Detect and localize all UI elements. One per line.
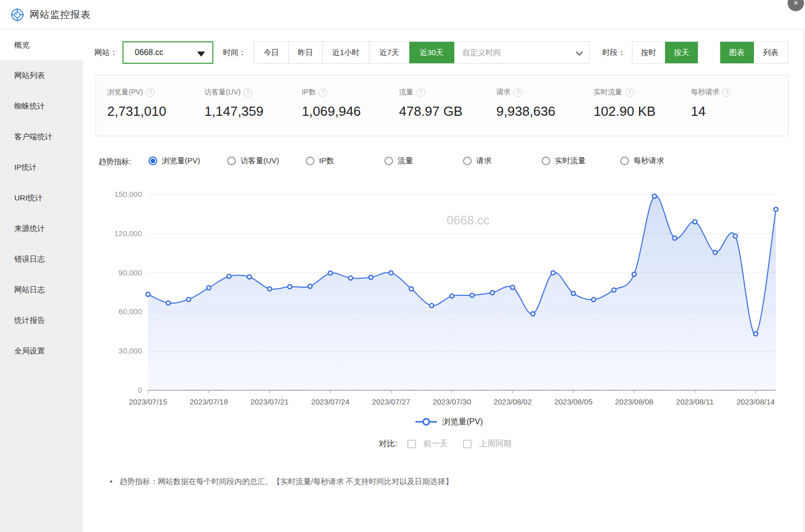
compare-prev-day-label: 前一天 xyxy=(423,439,448,449)
compare-prev-week-label: 上周同期 xyxy=(479,439,511,449)
trend-radio-ip[interactable]: IP数 xyxy=(306,156,334,166)
chart-point[interactable] xyxy=(592,297,596,301)
chart-point[interactable] xyxy=(450,294,454,298)
period-group: 按时 按天 xyxy=(632,41,698,64)
help-icon[interactable]: ? xyxy=(514,88,522,97)
compare-row: 对比: 前一天 上周同期 xyxy=(107,436,791,451)
help-icon[interactable]: ? xyxy=(417,88,425,97)
sidebar-item-referrer-stats[interactable]: 来源统计 xyxy=(0,213,83,244)
sidebar-item-stats-report[interactable]: 统计报告 xyxy=(0,305,83,336)
radio-icon xyxy=(542,157,550,165)
time-last-hour-button[interactable]: 近1小时 xyxy=(323,42,370,63)
sidebar-item-spider-stats[interactable]: 蜘蛛统计 xyxy=(0,91,83,121)
stat-ip-label: IP数 xyxy=(302,88,315,97)
chart-point[interactable] xyxy=(389,271,393,275)
chart-point[interactable] xyxy=(734,234,738,238)
chart-point[interactable] xyxy=(247,275,251,279)
y-axis-label: 60,000 xyxy=(118,307,142,316)
chart-point[interactable] xyxy=(571,291,575,295)
sidebar-item-site-log[interactable]: 网站日志 xyxy=(0,274,83,305)
stat-ip-value: 1,069,946 xyxy=(302,104,399,119)
period-daily-button[interactable]: 按天 xyxy=(665,42,698,63)
trend-radio-rps[interactable]: 每秒请求 xyxy=(620,156,664,166)
trend-radio-requests[interactable]: 请求 xyxy=(463,156,492,166)
stat-pv-value: 2,731,010 xyxy=(107,104,205,119)
sidebar-item-global-settings[interactable]: 全局设置 xyxy=(0,336,83,366)
stat-requests: 请求? 9,938,636 xyxy=(496,88,594,136)
time-7days-button[interactable]: 近7天 xyxy=(370,42,409,63)
chart-point[interactable] xyxy=(470,293,474,297)
sidebar-item-client-stats[interactable]: 客户端统计 xyxy=(0,121,83,152)
chart-point[interactable] xyxy=(308,284,312,288)
chart-legend[interactable]: 浏览量(PV) xyxy=(107,414,791,429)
time-range-group: 今日 昨日 近1小时 近7天 近30天 自定义时间 xyxy=(254,41,590,64)
close-button[interactable]: × xyxy=(788,0,804,11)
trend-chart: 030,00060,00090,000120,000150,0000668.cc… xyxy=(107,184,791,411)
chart-point[interactable] xyxy=(693,220,697,224)
trend-radio-traffic-label: 流量 xyxy=(398,156,413,166)
view-list-button[interactable]: 列表 xyxy=(754,42,788,63)
help-icon[interactable]: ? xyxy=(625,88,634,97)
chart-point[interactable] xyxy=(673,236,677,240)
radio-icon xyxy=(620,157,629,165)
summary-stats-panel: 浏览量(PV)? 2,731,010 访客量(UV)? 1,147,359 IP… xyxy=(95,75,789,136)
help-icon[interactable]: ? xyxy=(243,88,252,97)
chart-point[interactable] xyxy=(409,287,413,291)
chart-point[interactable] xyxy=(267,287,272,291)
chart-point[interactable] xyxy=(551,271,555,275)
time-yesterday-button[interactable]: 昨日 xyxy=(289,42,323,63)
time-30days-button[interactable]: 近30天 xyxy=(409,42,454,63)
legend-marker-icon xyxy=(416,418,437,426)
compare-prev-week-checkbox[interactable] xyxy=(463,440,472,448)
chart-point[interactable] xyxy=(652,194,656,198)
chart-point[interactable] xyxy=(328,271,332,275)
chart-point[interactable] xyxy=(349,276,353,280)
time-today-button[interactable]: 今日 xyxy=(254,42,289,63)
sidebar-item-error-log[interactable]: 错误日志 xyxy=(0,244,83,274)
trend-radio-rps-label: 每秒请求 xyxy=(633,156,664,166)
chart-point[interactable] xyxy=(186,297,190,301)
stat-traffic-value: 478.97 GB xyxy=(399,104,497,119)
sidebar-item-ip-stats[interactable]: IP统计 xyxy=(0,152,83,183)
chart-point[interactable] xyxy=(713,250,717,255)
sidebar-item-uri-stats[interactable]: URI统计 xyxy=(0,183,83,213)
sidebar: 概览 网站列表 蜘蛛统计 客户端统计 IP统计 URI统计 来源统计 错误日志 … xyxy=(0,30,83,532)
y-axis-label: 0 xyxy=(138,386,142,394)
filter-bar: 网站： 0668.cc 时间： 今日 昨日 近1小时 近7天 近30天 自定义时… xyxy=(83,41,805,64)
chart-point[interactable] xyxy=(491,291,495,295)
x-axis-label: 2023/07/21 xyxy=(251,397,289,406)
view-chart-button[interactable]: 图表 xyxy=(720,42,754,63)
chart-point[interactable] xyxy=(510,285,515,289)
chart-point[interactable] xyxy=(632,272,636,276)
chart-point[interactable] xyxy=(612,288,616,292)
chart-point[interactable] xyxy=(369,275,373,280)
custom-time-select[interactable]: 自定义时间 xyxy=(454,42,589,63)
chart-point[interactable] xyxy=(207,286,211,290)
trend-radio-traffic[interactable]: 流量 xyxy=(384,156,413,166)
chart-point[interactable] xyxy=(166,301,170,305)
trend-radio-realtime-label: 实时流量 xyxy=(555,156,586,166)
chart-point[interactable] xyxy=(753,332,758,336)
chart-point[interactable] xyxy=(288,285,292,289)
chart-point[interactable] xyxy=(531,312,535,316)
chart-point[interactable] xyxy=(227,274,231,278)
sidebar-item-site-list[interactable]: 网站列表 xyxy=(0,60,83,91)
x-axis-label: 2023/08/02 xyxy=(494,397,532,406)
trend-radio-pv[interactable]: 浏览量(PV) xyxy=(149,156,200,166)
site-select[interactable]: 0668.cc xyxy=(123,41,213,64)
trend-radio-realtime[interactable]: 实时流量 xyxy=(542,156,586,166)
chart-point[interactable] xyxy=(430,303,434,308)
trend-radio-uv[interactable]: 访客量(UV) xyxy=(227,156,279,166)
chart-point[interactable] xyxy=(774,207,778,211)
app-header: 网站监控报表 × xyxy=(0,0,805,30)
help-icon[interactable]: ? xyxy=(722,88,731,97)
chart-point[interactable] xyxy=(146,292,150,296)
period-hourly-button[interactable]: 按时 xyxy=(632,42,665,63)
help-icon[interactable]: ? xyxy=(146,88,155,97)
help-icon[interactable]: ? xyxy=(319,88,327,97)
stat-rps-label: 每秒请求 xyxy=(691,88,719,97)
stat-uv-label: 访客量(UV) xyxy=(205,88,241,97)
sidebar-item-overview[interactable]: 概览 xyxy=(0,30,83,60)
compare-prev-day-checkbox[interactable] xyxy=(407,440,416,448)
scrollbar-track[interactable] xyxy=(803,30,804,532)
